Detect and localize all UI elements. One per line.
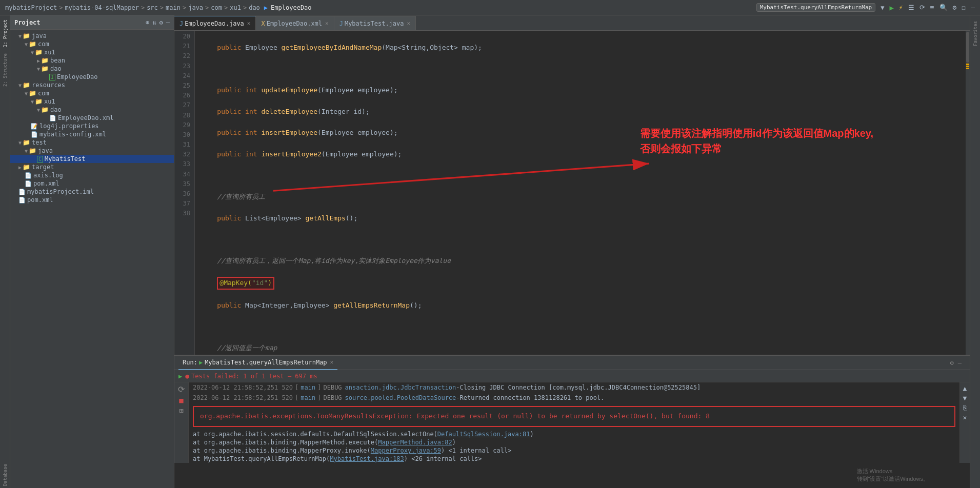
config-dropdown-arrow[interactable]: ▼ [881, 4, 884, 11]
tab-employee-dao-java[interactable]: J EmployeeDao.java ✕ [174, 16, 256, 30]
tree-item-iml[interactable]: 📄 mybatisProject.iml [10, 188, 174, 196]
error-message: org.apache.ibatis.exceptions.TooManyResu… [200, 412, 710, 420]
breadcrumb-project[interactable]: mybatisProject [5, 4, 57, 11]
toolbar-minimize-icon[interactable]: — [971, 4, 975, 11]
sidebar-item-database[interactable]: Database [2, 462, 9, 488]
breadcrumb-class[interactable]: EmployeeDao [271, 4, 311, 11]
toolbar-more-icon[interactable]: ≡ [930, 4, 934, 11]
tab-icon-xml1: X [261, 20, 265, 27]
sep5: > [205, 4, 209, 11]
tree-item-employeedaoxml[interactable]: 📄 EmployeeDao.xml [10, 114, 174, 122]
tree-item-xu1-2[interactable]: ▼ 📁 xu1 [10, 97, 174, 106]
scroll-marker-2 [966, 66, 969, 67]
toolbar-restore-icon[interactable]: ☐ [962, 4, 966, 11]
tree-item-mybatistest[interactable]: C MybatisTest [10, 155, 174, 163]
folder-icon-xu1: 📁 [35, 49, 43, 56]
toolbar-coverage-icon[interactable]: ☰ [908, 4, 914, 11]
tree-label-mybatisconfig: mybatis-config.xml [39, 131, 106, 138]
tree-item-employeedao[interactable]: I EmployeeDao [10, 73, 174, 81]
sep4: > [183, 4, 186, 11]
folder-icon-java-test: 📁 [29, 147, 36, 154]
run-copy-icon[interactable]: ⎘ [963, 404, 967, 412]
toolbar-settings-icon[interactable]: ⚙ [953, 4, 957, 11]
tree-item-mybatisconfig[interactable]: 📄 mybatis-config.xml [10, 130, 174, 138]
tree-label-target: target [32, 164, 54, 171]
stack-link-2[interactable]: MapperMethod.java:82 [378, 439, 452, 446]
run-panel-collapse-icon[interactable]: — [958, 359, 966, 367]
tree-item-axislog[interactable]: 📄 axis.log [10, 171, 174, 179]
toolbar-find-icon[interactable]: 🔍 [939, 4, 948, 11]
tab-label-1: EmployeeDao.java [185, 20, 244, 27]
run-panel-settings-icon[interactable]: ⚙ [950, 359, 958, 367]
tab-employee-dao-xml[interactable]: X EmployeeDao.xml ✕ [256, 16, 334, 30]
run-tab[interactable]: Run: ▶ MybatisTest.queryAllEmpsReturnMap… [178, 356, 337, 370]
sidebar-item-structure[interactable]: 2: Structure [2, 51, 9, 89]
tree-item-java[interactable]: ▼ 📁 java [10, 32, 174, 40]
breadcrumb-module[interactable]: mybatis-04-sqlMapper [65, 4, 139, 11]
run-tab-close[interactable]: ✕ [330, 359, 334, 365]
breadcrumb-java[interactable]: java [188, 4, 203, 11]
tab-close-1[interactable]: ✕ [247, 20, 251, 27]
scrollbar-thumb[interactable] [966, 32, 969, 63]
sidebar-item-project[interactable]: 1: Project [2, 17, 9, 49]
tree-arrow-target: ▶ [18, 165, 22, 170]
tree-label-java: java [32, 32, 47, 39]
breadcrumb-dao[interactable]: dao [249, 4, 260, 11]
tree-arrow-com2: ▼ [25, 91, 28, 96]
tree-item-resources[interactable]: ▼ 📁 resources [10, 81, 174, 89]
tree-item-dao2[interactable]: ▼ 📁 dao [10, 106, 174, 114]
tab-label-2: EmployeeDao.xml [267, 20, 322, 27]
tree-item-pomxml[interactable]: 📄 pom.xml [10, 179, 174, 188]
tab-icon-java1: J [179, 20, 183, 27]
tree-item-bean[interactable]: ▶ 📁 bean [10, 56, 174, 65]
tree-item-java-test[interactable]: ▼ 📁 java [10, 147, 174, 155]
tab-close-3[interactable]: ✕ [407, 20, 411, 27]
tree-item-xu1[interactable]: ▼ 📁 xu1 [10, 48, 174, 56]
tree-item-com2[interactable]: ▼ 📁 com [10, 89, 174, 97]
log-line-1: 2022-06-12 21:58:52,251 520 [ main ] DEB… [189, 382, 959, 393]
stack-link-1[interactable]: DefaultSqlSession.java:81 [437, 431, 530, 438]
breadcrumb-main[interactable]: main [166, 4, 181, 11]
tree-arrow-test: ▼ [18, 140, 22, 146]
code-line-31: @MapKey("id") [201, 277, 966, 290]
code-editor[interactable]: 20 21 22 23 24 25 26 27 28 29 30 31 32 3… [174, 31, 966, 355]
sidebar-sync-icon[interactable]: ⊕ [146, 19, 149, 26]
right-icon-favorites[interactable]: Favorites [972, 19, 979, 48]
toolbar-profile-icon[interactable]: ⟳ [919, 4, 925, 11]
breadcrumb-xu1[interactable]: xu1 [230, 4, 241, 11]
run-scroll-down-icon[interactable]: ▼ [963, 394, 967, 402]
breadcrumb-com[interactable]: com [211, 4, 222, 11]
tree-item-target[interactable]: ▶ 📁 target [10, 163, 174, 171]
tree-label-test: test [32, 139, 47, 146]
log-sep-2: - [456, 393, 459, 402]
tree-item-pom2[interactable]: 📄 pom.xml [10, 196, 174, 204]
editor-scrollbar[interactable] [966, 31, 970, 355]
tree-item-log4j[interactable]: 📝 log4j.properties [10, 122, 174, 130]
sidebar-settings-icon[interactable]: ⚙ [159, 19, 163, 26]
editor-main: J EmployeeDao.java ✕ X EmployeeDao.xml ✕… [174, 15, 970, 488]
run-status-bar: ▶ ● Tests failed: 1 of 1 test – 697 ms [174, 370, 970, 382]
sidebar-sort-icon[interactable]: ⇅ [152, 19, 156, 26]
run-button[interactable]: ▶ [889, 4, 893, 12]
tree-item-test[interactable]: ▼ 📁 test [10, 138, 174, 147]
run-filter-icon[interactable]: ⊞ [179, 406, 183, 415]
run-config-name[interactable]: MybatisTest.queryAllEmpsReturnMap [756, 3, 876, 12]
log-message-1: Closing JDBC Connection [com.mysql.jdbc.… [460, 383, 701, 392]
iml-icon: 📄 [18, 189, 26, 195]
tab-mybatis-test-java[interactable]: J MybatisTest.java ✕ [334, 16, 416, 30]
stack-link-4[interactable]: MybatisTest.java:183 [330, 455, 404, 462]
sep1: > [59, 4, 63, 11]
run-restart-icon[interactable]: ⟳ [178, 384, 185, 394]
tree-item-com[interactable]: ▼ 📁 com [10, 40, 174, 48]
tree-item-dao[interactable]: ▼ 📁 dao [10, 65, 174, 73]
debug-button[interactable]: ⚡ [899, 4, 903, 11]
run-log-area: 2022-06-12 21:58:52,251 520 [ main ] DEB… [189, 382, 959, 463]
tab-close-2[interactable]: ✕ [325, 20, 329, 27]
tree-label-mybatistest: MybatisTest [45, 155, 85, 162]
breadcrumb-src[interactable]: src [147, 4, 158, 11]
stack-link-3[interactable]: MapperProxy.java:59 [371, 447, 441, 454]
run-stop-icon[interactable]: ■ [179, 396, 183, 404]
run-scroll-up-icon[interactable]: ▲ [963, 384, 967, 392]
sidebar-close-icon[interactable]: — [166, 19, 170, 26]
run-clear-icon[interactable]: ✕ [963, 414, 967, 421]
